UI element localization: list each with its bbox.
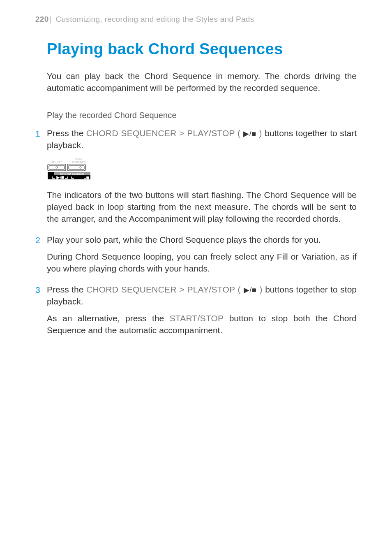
- step-1-number: 1: [35, 128, 47, 151]
- chord-sequencer-playstop-label: CHORD SEQUENCER > PLAY/STOP (: [86, 128, 243, 138]
- svg-rect-10: [62, 176, 64, 179]
- illus-banner-text: CHORD SEQUEN: [60, 172, 84, 175]
- step-1: 1 Press the CHORD SEQUENCER > PLAY/STOP …: [35, 128, 357, 151]
- start-stop-label: START/STOP: [170, 313, 224, 323]
- p3-pre: As an alternative, press the: [47, 313, 170, 323]
- play-stop-icon-2: ▶/■: [244, 286, 257, 294]
- header-divider: |: [50, 15, 52, 23]
- intro-paragraph: You can play back the Chord Sequence in …: [47, 70, 357, 94]
- playstop-close-2: ): [257, 285, 263, 294]
- subheading: Play the recorded Chord Sequence: [47, 111, 357, 120]
- step-2-body: Play your solo part, while the Chord Seq…: [47, 234, 357, 246]
- step-3-number: 3: [35, 284, 47, 308]
- play-stop-icon: ▶/■: [243, 130, 256, 138]
- playstop-close: ): [256, 128, 262, 138]
- svg-rect-4: [69, 165, 84, 169]
- step-1-body: Press the CHORD SEQUENCER > PLAY/STOP ( …: [47, 128, 357, 151]
- svg-rect-6: [48, 172, 54, 175]
- paragraph-after-step3: As an alternative, press the START/STOP …: [47, 313, 357, 337]
- header-section: Customizing, recording and editing the S…: [55, 15, 254, 23]
- page-title: Playing back Chord Sequences: [47, 40, 357, 58]
- page-number: 220: [35, 15, 49, 23]
- illus-label-memory: MEMORY: [51, 161, 62, 163]
- chord-sequencer-playstop-label-2: CHORD SEQUENCER > PLAY/STOP (: [86, 285, 244, 294]
- paragraph-after-step1: The indicators of the two buttons will s…: [47, 189, 357, 225]
- page: 220| Customizing, recording and editing …: [0, 0, 392, 557]
- step-2-number: 2: [35, 234, 47, 246]
- step-2: 2 Play your solo part, while the Chord S…: [35, 234, 357, 246]
- step-3: 3 Press the CHORD SEQUENCER > PLAY/STOP …: [35, 284, 357, 308]
- step-3-body: Press the CHORD SEQUENCER > PLAY/STOP ( …: [47, 284, 357, 308]
- svg-rect-1: [49, 165, 65, 169]
- illus-label-inversion: INVERSION: [72, 161, 85, 163]
- running-header: 220| Customizing, recording and editing …: [35, 15, 357, 24]
- step-3-pre: Press the: [47, 285, 86, 294]
- svg-point-11: [87, 176, 89, 179]
- button-illustration: BASS MEMORY INVERSION CHORD SEQUEN: [47, 156, 357, 182]
- step-1-pre: Press the: [47, 128, 86, 138]
- illus-label-bass: BASS: [76, 158, 82, 160]
- paragraph-after-step2: During Chord Sequence looping, you can f…: [47, 251, 357, 275]
